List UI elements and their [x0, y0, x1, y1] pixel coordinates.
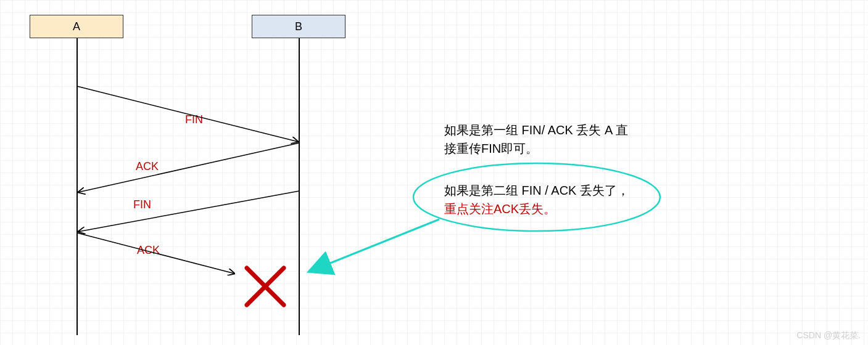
endpoint-b-label: B	[295, 20, 302, 33]
endpoint-b-box: B	[252, 15, 345, 38]
msg-fin2-label: FIN	[133, 198, 151, 211]
endpoint-a-box: A	[30, 15, 123, 38]
note1-line2: 接重传FIN即可。	[444, 142, 538, 155]
note-first-group: 如果是第一组 FIN/ ACK 丢失 A 直 接重传FIN即可。	[444, 121, 642, 158]
lifeline-a	[76, 38, 78, 335]
grid-background	[0, 0, 868, 345]
lifeline-b	[299, 38, 300, 335]
msg-ack1-label: ACK	[136, 160, 159, 173]
msg-ack2-label: ACK	[137, 244, 160, 257]
note-second-group: 如果是第二组 FIN / ACK 丢失了， 重点关注ACK丢失。	[444, 181, 654, 218]
note2-line2: 重点关注ACK丢失。	[444, 202, 556, 216]
watermark: CSDN @黄花菜.	[796, 330, 861, 341]
note2-line1: 如果是第二组 FIN / ACK 丢失了，	[444, 184, 629, 197]
endpoint-a-label: A	[73, 20, 80, 33]
msg-fin1-label: FIN	[185, 113, 203, 126]
note1-line1: 如果是第一组 FIN/ ACK 丢失 A 直	[444, 123, 628, 137]
